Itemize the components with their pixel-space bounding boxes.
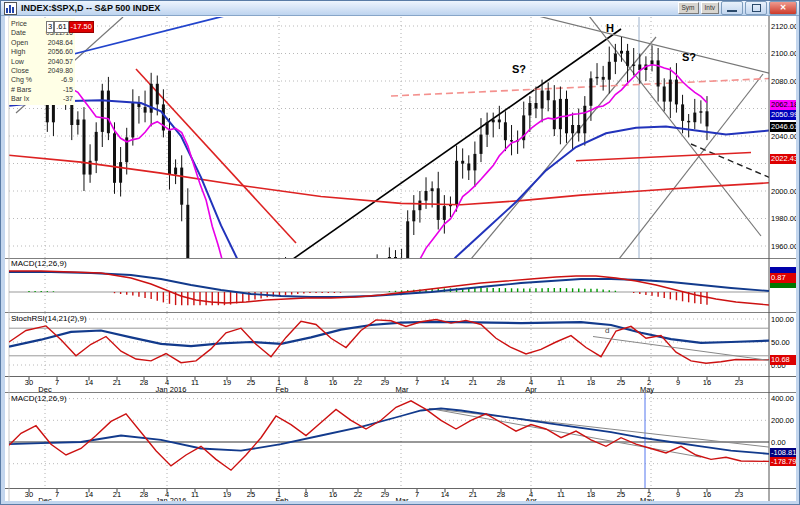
readout-row: Close2049.80	[11, 66, 73, 75]
readout-row: Low2040.57	[11, 57, 73, 66]
x-tick-label: 18	[587, 490, 595, 499]
macd-red-value-box: 0.87	[770, 273, 799, 283]
axis-label: 1980.00	[771, 214, 798, 223]
x-month-label: Apr	[525, 385, 537, 394]
candle-body	[632, 65, 635, 66]
x-tick-label: 14	[85, 490, 93, 499]
candle-body	[669, 80, 672, 102]
readout-row: Bar Ix-37	[11, 94, 73, 103]
axis-label: 2100.00	[771, 49, 798, 58]
x-tick-label: 16	[703, 378, 711, 387]
x-tick-label: 21	[113, 378, 121, 387]
candle-body	[608, 62, 611, 80]
ma200-value-box: 2022.43	[770, 154, 799, 164]
close-button[interactable]: ✕	[769, 1, 797, 15]
x-tick-label: 19	[223, 378, 231, 387]
axis-label: 0.00	[771, 438, 786, 447]
weekly-macd-blue-value-box: -108.81	[770, 448, 799, 457]
macd-pane-label: MACD(12,26,9)	[11, 259, 67, 268]
x-month-label: Feb	[276, 385, 289, 394]
titlebar[interactable]: INDEX:$SPX,D -- S&P 500 INDEX Sym Intv ✕	[1, 1, 799, 16]
window-frame-right	[796, 16, 799, 504]
candle-body	[583, 106, 586, 134]
candle-body	[101, 91, 104, 132]
interval-button[interactable]: Intv	[701, 2, 719, 14]
x-tick-label: 22	[354, 490, 362, 499]
x-tick-label: 23	[735, 490, 743, 499]
x-tick-label: 18	[587, 378, 595, 387]
candle-body	[180, 168, 183, 205]
axis-label: 2040.00	[771, 132, 798, 141]
x-tick-label: 14	[441, 378, 449, 387]
weekly-macd-pane-label: MACD(12,26,9)	[11, 394, 67, 403]
candle-body	[687, 121, 690, 122]
candle-body	[412, 210, 415, 221]
candle-body	[706, 111, 709, 126]
candle-body	[95, 132, 98, 161]
candle-body	[571, 125, 574, 133]
x-tick-label: 25	[247, 490, 255, 499]
stochrsi-pane-label: StochRSI(14,21(2),9)	[11, 314, 87, 323]
candle-body	[535, 103, 538, 109]
restore-button[interactable]	[745, 1, 767, 15]
pattern-annotation: H	[606, 22, 614, 34]
axis-label: 50.00	[771, 338, 790, 347]
candle-body	[614, 54, 617, 62]
x-tick-label: 30	[25, 378, 33, 387]
candle-body	[144, 107, 147, 113]
macd-green-value-box	[770, 283, 799, 288]
candle-body	[663, 87, 666, 102]
chart-canvas[interactable]: S?HS?d3030771414212128284411111919252511…	[1, 1, 800, 505]
x-tick-label: 21	[469, 378, 477, 387]
x-tick-label: 25	[247, 378, 255, 387]
candle-body	[510, 140, 513, 141]
x-tick-label: 9	[676, 490, 680, 499]
candle-body	[596, 77, 599, 78]
candle-body	[119, 162, 122, 183]
x-tick-label: 25	[617, 378, 625, 387]
candle-body	[174, 168, 177, 175]
candle-body	[83, 120, 86, 175]
candle-body	[681, 104, 684, 121]
x-tick-label: 21	[469, 490, 477, 499]
x-tick-label: 22	[354, 378, 362, 387]
symbol-button[interactable]: Sym	[678, 2, 699, 14]
candle-body	[577, 125, 580, 133]
candle-body	[461, 161, 464, 164]
x-tick-label: 11	[191, 378, 199, 387]
candle-body	[675, 80, 678, 105]
x-tick-label: 8	[304, 378, 308, 387]
candle-body	[168, 131, 171, 175]
candle-body	[425, 191, 428, 201]
candle-body	[504, 122, 507, 140]
axis-label: 2120.00	[771, 22, 798, 31]
minimize-button[interactable]	[721, 1, 743, 15]
x-tick-label: 11	[557, 378, 565, 387]
candle-body	[473, 154, 476, 171]
x-month-label: May	[640, 385, 654, 394]
readout-bars-box: 3	[46, 21, 54, 33]
axis-label: 100.00	[771, 315, 794, 324]
x-tick-label: 16	[329, 490, 337, 499]
x-tick-label: 19	[223, 490, 231, 499]
readout-row: High2056.60	[11, 47, 73, 56]
x-month-label: Jan 2016	[156, 385, 187, 394]
x-tick-label: 7	[415, 490, 419, 499]
last-price-box: 2046.61	[770, 122, 799, 132]
readout-row: Chg %-6.9	[11, 75, 73, 84]
chart-window: S?HS?d3030771414212128284411111919252511…	[0, 0, 800, 505]
candle-body	[589, 78, 592, 106]
candle-body	[486, 122, 489, 134]
candle-body	[70, 103, 73, 125]
readout-value-box: .61	[54, 21, 68, 33]
x-tick-label: 30	[25, 490, 33, 499]
pattern-annotation: S?	[512, 63, 526, 75]
candle-body	[156, 84, 159, 105]
x-tick-label: 14	[85, 378, 93, 387]
x-tick-label: 8	[304, 490, 308, 499]
x-tick-label: 7	[415, 378, 419, 387]
x-tick-label: 29	[381, 490, 389, 499]
candle-body	[418, 201, 421, 211]
candle-body	[547, 91, 550, 101]
candle-body	[626, 51, 629, 66]
